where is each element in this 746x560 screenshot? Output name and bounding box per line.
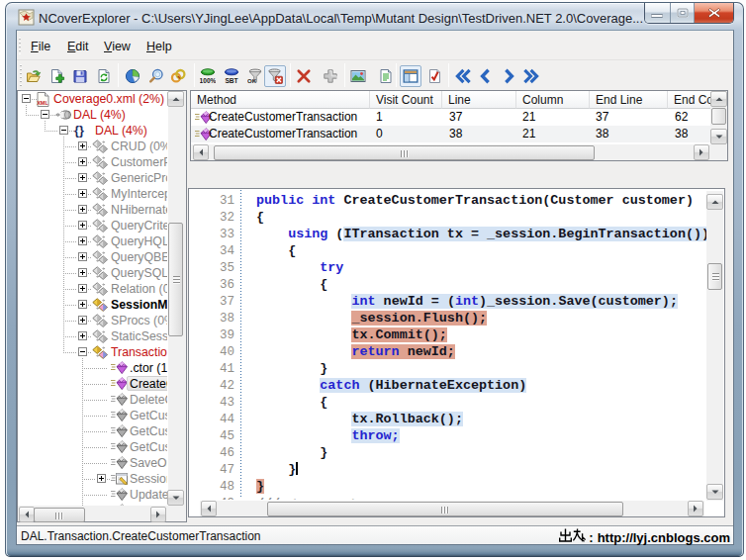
svg-text:OK: OK <box>247 78 257 84</box>
svg-text:SBT: SBT <box>225 77 237 84</box>
svg-text:XML: XML <box>37 100 48 106</box>
svg-text:100%: 100% <box>200 77 216 84</box>
